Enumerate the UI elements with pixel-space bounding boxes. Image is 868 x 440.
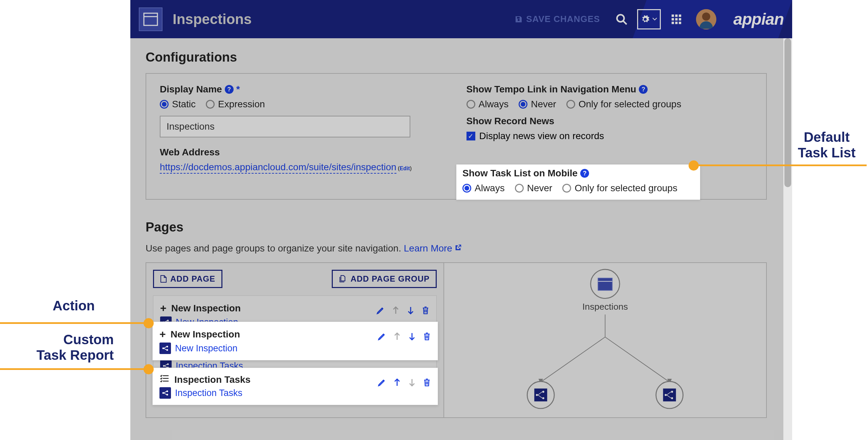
help-icon[interactable]: ? <box>639 85 648 94</box>
display-name-static-radio[interactable]: Static <box>160 99 196 110</box>
page-card-new-inspection-highlight[interactable]: + New Inspection New Inspection <box>152 322 438 360</box>
help-icon[interactable]: ? <box>580 169 589 178</box>
page-card-inspection-tasks-highlight[interactable]: Inspection Tasks Inspection Tasks <box>152 368 438 405</box>
page-link[interactable]: Inspection Tasks <box>175 388 242 398</box>
edit-icon[interactable] <box>377 332 386 343</box>
svg-rect-10 <box>672 22 674 24</box>
svg-point-54 <box>167 394 168 396</box>
svg-point-21 <box>167 364 169 365</box>
svg-point-35 <box>536 394 538 396</box>
move-down-icon[interactable] <box>407 306 415 317</box>
display-name-label: Display Name ? * <box>160 84 446 95</box>
sitemap-preview: Inspections <box>444 263 766 417</box>
svg-rect-9 <box>679 18 681 20</box>
svg-point-44 <box>671 397 673 399</box>
web-address-label: Web Address <box>160 147 446 158</box>
user-avatar[interactable] <box>696 9 716 29</box>
callout-marker <box>144 364 154 374</box>
task-list-never-radio[interactable]: Never <box>515 183 552 194</box>
svg-rect-5 <box>675 14 678 17</box>
svg-line-23 <box>165 364 167 366</box>
svg-point-52 <box>162 392 164 394</box>
svg-point-20 <box>163 365 165 367</box>
svg-point-2 <box>617 15 624 22</box>
scrollbar[interactable] <box>783 38 792 440</box>
svg-point-53 <box>167 391 168 392</box>
edit-web-address-link[interactable]: Edit <box>400 166 410 171</box>
gear-icon <box>641 15 650 24</box>
svg-line-50 <box>164 347 167 348</box>
svg-point-48 <box>167 346 168 348</box>
display-name-input[interactable] <box>160 116 410 137</box>
annotation-default-task-list: Default Task List <box>785 129 868 160</box>
edit-icon[interactable] <box>376 306 385 317</box>
help-icon[interactable]: ? <box>225 85 234 94</box>
settings-dropdown[interactable] <box>637 9 661 29</box>
brand-logo: appian <box>733 10 784 28</box>
svg-line-29 <box>541 337 605 382</box>
page-title: Inspections <box>173 11 506 27</box>
callout-line <box>0 322 146 324</box>
callout-marker <box>144 318 154 328</box>
record-news-checkbox[interactable]: ✓ <box>466 132 475 140</box>
move-up-icon <box>392 306 400 317</box>
paren-close: ) <box>410 166 412 171</box>
svg-rect-6 <box>679 14 681 17</box>
delete-icon[interactable] <box>423 332 431 343</box>
save-icon <box>515 15 523 23</box>
record-news-label: Show Record News <box>466 116 753 127</box>
plus-icon: + <box>159 328 166 340</box>
apps-grid-icon[interactable] <box>666 9 687 29</box>
move-up-icon[interactable] <box>393 378 401 389</box>
svg-rect-0 <box>144 13 157 25</box>
svg-point-42 <box>665 394 667 396</box>
svg-line-55 <box>164 391 167 393</box>
svg-rect-12 <box>679 22 681 24</box>
svg-point-43 <box>671 391 673 393</box>
page-icon <box>160 275 167 283</box>
svg-point-14 <box>702 13 710 21</box>
callout-line <box>697 164 867 166</box>
sitemap-root-label: Inspections <box>582 302 628 312</box>
page-link[interactable]: New Inspection <box>175 343 238 354</box>
task-list-groups-radio[interactable]: Only for selected groups <box>562 183 677 194</box>
display-name-expression-radio[interactable]: Expression <box>206 99 265 110</box>
callout-line <box>0 368 146 370</box>
annotation-action: Action <box>34 298 95 313</box>
pages-description: Use pages and page groups to organize yo… <box>146 243 767 254</box>
tempo-always-radio[interactable]: Always <box>466 99 509 110</box>
add-page-button[interactable]: ADD PAGE <box>153 270 222 288</box>
svg-rect-7 <box>672 18 674 20</box>
plus-icon: + <box>160 302 167 314</box>
add-page-group-button[interactable]: ADD PAGE GROUP <box>332 270 437 288</box>
svg-rect-11 <box>675 22 678 24</box>
annotation-custom-task-report: Custom Task Report <box>5 332 114 363</box>
page-group-icon <box>339 275 347 283</box>
task-list-always-radio[interactable]: Always <box>462 183 505 194</box>
chevron-down-icon <box>652 18 657 21</box>
learn-more-link[interactable]: Learn More <box>404 243 462 254</box>
svg-rect-8 <box>675 18 678 20</box>
configurations-heading: Configurations <box>146 50 767 65</box>
svg-point-36 <box>542 391 544 393</box>
move-down-icon[interactable] <box>408 332 416 343</box>
search-icon[interactable] <box>611 9 632 29</box>
save-changes-button[interactable]: SAVE CHANGES <box>506 8 609 30</box>
callout-marker <box>689 160 699 171</box>
external-link-icon <box>454 243 462 254</box>
pages-heading: Pages <box>146 220 767 235</box>
tempo-never-radio[interactable]: Never <box>519 99 556 110</box>
edit-icon[interactable] <box>377 378 386 389</box>
list-icon <box>159 374 170 385</box>
move-down-icon <box>408 378 416 389</box>
record-news-text: Display news view on records <box>479 131 604 141</box>
site-icon <box>139 7 162 31</box>
delete-icon[interactable] <box>423 378 431 389</box>
process-icon <box>159 343 171 354</box>
svg-line-30 <box>605 337 669 382</box>
svg-rect-4 <box>672 14 674 17</box>
delete-icon[interactable] <box>421 306 430 317</box>
svg-point-49 <box>167 349 168 351</box>
svg-line-3 <box>623 21 627 24</box>
tempo-groups-radio[interactable]: Only for selected groups <box>566 99 681 110</box>
